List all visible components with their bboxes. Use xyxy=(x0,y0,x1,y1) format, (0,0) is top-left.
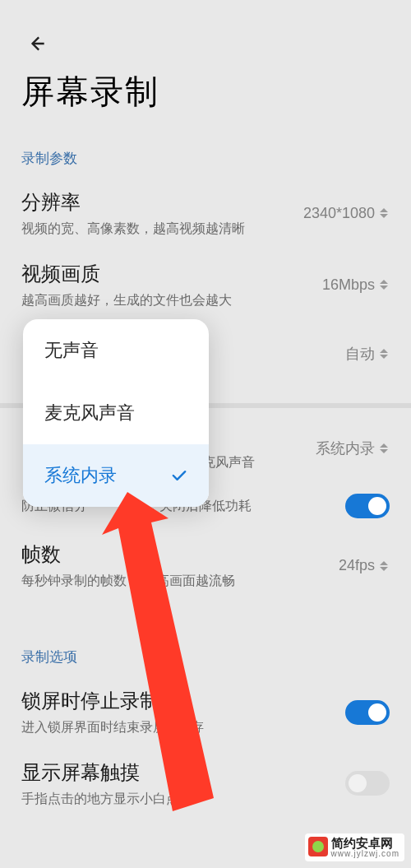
chevron-updown-icon xyxy=(380,558,390,574)
audio-value: 系统内录 xyxy=(316,439,390,458)
fps-title: 帧数 xyxy=(21,541,339,568)
audio-source-popup: 无声音 麦克风声音 系统内录 xyxy=(23,319,209,507)
section-recording-params: 录制参数 xyxy=(21,149,395,168)
watermark: 简约安卓网 www.jylzwj.com xyxy=(305,833,404,861)
setting-showtouch[interactable]: 显示屏幕触摸 手指点击的地方显示小白点 xyxy=(16,758,395,808)
lockstop-title: 锁屏时停止录制 xyxy=(21,688,345,714)
fps-desc: 每秒钟录制的帧数越高画面越流畅 xyxy=(21,573,339,590)
lockstop-desc: 进入锁屏界面时结束录屏保存 xyxy=(21,719,345,736)
setting-lockstop[interactable]: 锁屏时停止录制 进入锁屏界面时结束录屏保存 xyxy=(16,686,395,758)
chevron-updown-icon xyxy=(380,346,390,362)
page-title: 屏幕录制 xyxy=(21,69,395,114)
back-button[interactable] xyxy=(26,33,48,54)
resolution-value: 2340*1080 xyxy=(303,205,390,222)
lockstop-toggle[interactable] xyxy=(345,700,390,725)
setting-resolution[interactable]: 分辨率 视频的宽、高像素数，越高视频越清晰 2340*1080 xyxy=(16,188,395,259)
showtouch-desc: 手指点击的地方显示小白点 xyxy=(21,791,345,808)
quality-title: 视频画质 xyxy=(21,261,322,287)
chevron-updown-icon xyxy=(380,276,390,293)
popup-item-system[interactable]: 系统内录 xyxy=(23,444,209,507)
showtouch-title: 显示屏幕触摸 xyxy=(21,759,345,786)
section-recording-options: 录制选项 xyxy=(21,648,395,666)
setting-fps[interactable]: 帧数 每秒钟录制的帧数越高画面越流畅 24fps xyxy=(16,540,395,611)
chevron-updown-icon xyxy=(380,440,390,457)
popup-item-mic[interactable]: 麦克风声音 xyxy=(23,382,209,444)
quality-desc: 越高画质越好，生成的文件也会越大 xyxy=(21,292,322,309)
resolution-title: 分辨率 xyxy=(21,189,303,216)
quality-value: 16Mbps xyxy=(322,276,390,294)
resolution-desc: 视频的宽、高像素数，越高视频越清晰 xyxy=(21,220,303,238)
fps-value: 24fps xyxy=(339,557,390,574)
wechat-toggle[interactable] xyxy=(345,494,390,518)
showtouch-toggle[interactable] xyxy=(345,771,390,796)
chevron-updown-icon xyxy=(380,205,390,221)
check-icon xyxy=(171,469,187,482)
android-icon xyxy=(308,837,328,856)
popup-item-none[interactable]: 无声音 xyxy=(23,319,209,382)
audio-hidden-value: 自动 xyxy=(345,344,390,364)
